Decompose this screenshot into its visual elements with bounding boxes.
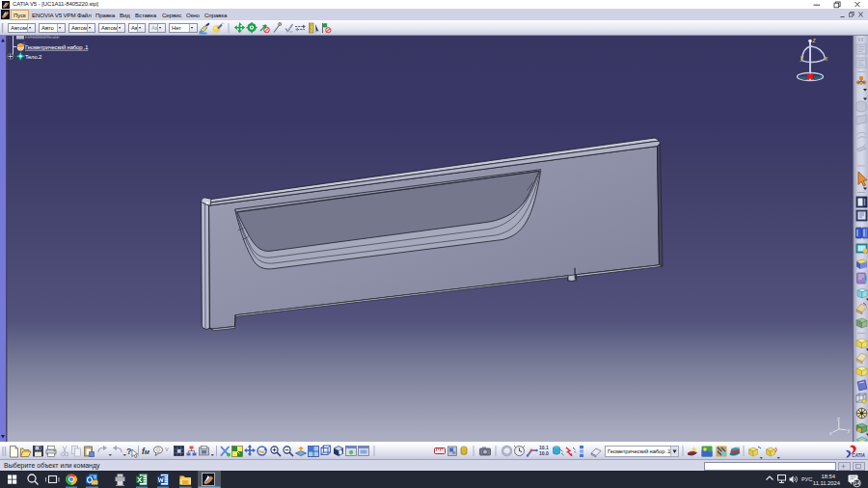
svg-text:x: x <box>824 55 828 62</box>
svg-text:Плоскость.21: Плоскость.21 <box>25 36 59 40</box>
svg-text:18:54: 18:54 <box>821 474 835 479</box>
svg-text:Тело.2: Тело.2 <box>25 54 41 60</box>
svg-text:11.11.2024: 11.11.2024 <box>813 480 841 486</box>
svg-text:y: y <box>848 427 851 433</box>
svg-text:CATIA: CATIA <box>852 453 865 458</box>
svg-text:14: 14 <box>854 480 859 486</box>
svg-text:Геометрический набор .1: Геометрический набор .1 <box>25 44 88 50</box>
svg-text:Геометрический набор .1: Геометрический набор .1 <box>608 448 670 454</box>
svg-text:?: ? <box>126 447 132 456</box>
svg-text:РУС: РУС <box>801 476 812 482</box>
svg-text:z: z <box>812 37 817 43</box>
svg-text:fM: fM <box>142 447 150 456</box>
svg-text:10.0: 10.0 <box>539 450 549 456</box>
svg-text:z: z <box>837 416 840 421</box>
svg-text:x: x <box>829 430 832 436</box>
